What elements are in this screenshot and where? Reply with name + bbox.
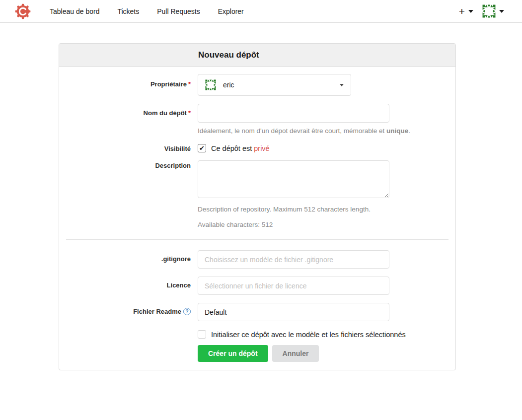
nav-item-explore[interactable]: Explorer: [209, 0, 253, 22]
chevron-down-icon: [340, 84, 344, 86]
available-characters: Available characters: 512: [198, 221, 448, 228]
plus-icon: +: [459, 6, 465, 16]
repo-name-help: Idéalement, le nom d'un dépot devrait êt…: [198, 127, 448, 135]
form-title: Nouveau dépôt: [59, 44, 455, 67]
readme-label: Fichier Readme?: [66, 303, 198, 321]
nav-item-issues[interactable]: Tickets: [108, 0, 148, 22]
gitea-logo[interactable]: [15, 3, 31, 19]
description-label: Description: [66, 160, 198, 228]
private-checkbox[interactable]: ✔: [198, 144, 206, 152]
license-label: Licence: [66, 277, 198, 295]
owner-selected-value: eric: [223, 81, 340, 89]
init-repo-checkbox-label: Initialiser ce dépôt avec le modèle et l…: [211, 331, 406, 339]
readme-input[interactable]: [198, 303, 389, 321]
init-repo-checkbox[interactable]: [198, 330, 206, 339]
chevron-down-icon: [468, 10, 473, 13]
repo-name-label: Nom du dépôt*: [66, 104, 198, 135]
create-repo-button[interactable]: Créer un dépôt: [198, 345, 268, 362]
required-asterisk: *: [188, 109, 191, 117]
create-new-dropdown[interactable]: +: [456, 4, 476, 18]
user-menu-dropdown[interactable]: [479, 2, 507, 20]
private-checkbox-label: Ce dépôt est privé: [211, 144, 270, 152]
nav-item-pull-requests[interactable]: Pull Requests: [148, 0, 209, 22]
help-icon[interactable]: ?: [183, 308, 191, 315]
gitignore-label: .gitignore: [66, 250, 198, 269]
chevron-down-icon: [499, 10, 504, 13]
owner-dropdown[interactable]: eric: [198, 74, 351, 96]
nav-item-dashboard[interactable]: Tableau de bord: [41, 0, 108, 22]
nav-right-section: +: [456, 2, 507, 20]
description-textarea[interactable]: [198, 160, 389, 198]
description-help: Description of repository. Maximum 512 c…: [198, 206, 448, 213]
required-asterisk: *: [188, 80, 191, 88]
gitignore-input[interactable]: [198, 250, 389, 269]
user-avatar: [482, 4, 496, 18]
new-repo-form-panel: Nouveau dépôt Propriétaire*: [59, 43, 456, 370]
repo-name-input[interactable]: [198, 104, 389, 123]
owner-label: Propriétaire*: [66, 74, 198, 96]
private-highlight: privé: [254, 144, 269, 152]
cancel-button[interactable]: Annuler: [272, 345, 319, 362]
nav-menu: Tableau de bord Tickets Pull Requests Ex…: [41, 0, 253, 22]
license-input[interactable]: [198, 277, 389, 295]
top-navbar: Tableau de bord Tickets Pull Requests Ex…: [0, 0, 522, 23]
owner-avatar: [205, 79, 216, 90]
visibility-label: Visibilité: [66, 143, 198, 152]
section-divider: [66, 239, 448, 240]
